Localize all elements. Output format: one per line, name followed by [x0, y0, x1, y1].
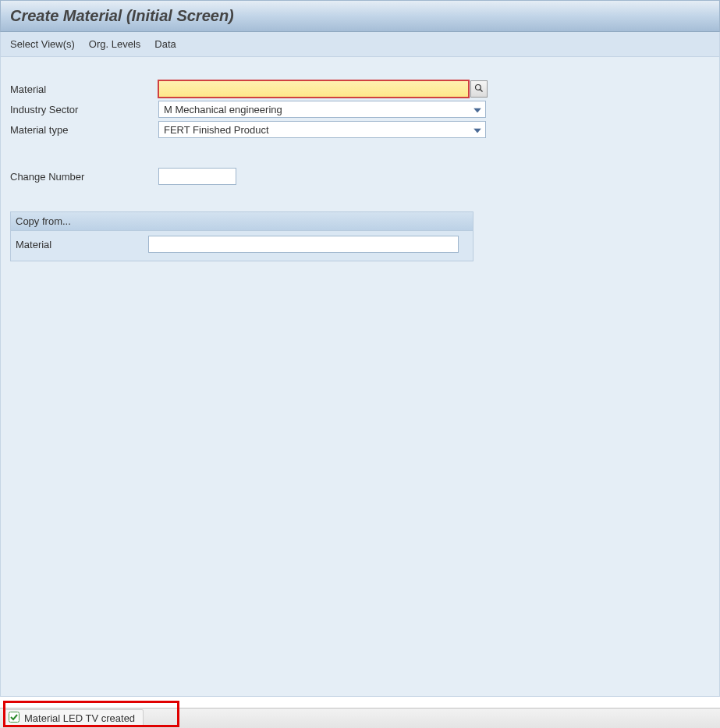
row-industry-sector: Industry Sector M Mechanical engineering	[10, 101, 710, 118]
groupbox-body: Material	[11, 231, 473, 261]
menu-org-levels[interactable]: Org. Levels	[89, 38, 140, 50]
svg-point-0	[476, 84, 481, 90]
menu-select-views[interactable]: Select View(s)	[10, 38, 75, 50]
menu-data[interactable]: Data	[154, 38, 176, 50]
dropdown-industry-sector[interactable]: M Mechanical engineering	[158, 101, 486, 118]
label-industry-sector: Industry Sector	[10, 104, 158, 115]
row-copy-material: Material	[16, 236, 468, 253]
input-change-number[interactable]	[158, 168, 236, 185]
page-title: Create Material (Initial Screen)	[10, 7, 710, 25]
row-change-number: Change Number	[10, 168, 710, 185]
dropdown-industry-sector-value: M Mechanical engineering	[158, 101, 486, 118]
label-change-number: Change Number	[10, 171, 158, 183]
status-message: Material LED TV created	[5, 709, 144, 727]
row-material-type: Material type FERT Finished Product	[10, 121, 710, 138]
label-material: Material	[10, 83, 158, 95]
label-copy-material: Material	[16, 239, 148, 250]
svg-line-1	[481, 89, 483, 91]
success-icon	[9, 712, 20, 725]
menu-bar: Select View(s) Org. Levels Data	[0, 32, 720, 57]
dropdown-material-type[interactable]: FERT Finished Product	[158, 121, 486, 138]
title-bar: Create Material (Initial Screen)	[0, 0, 720, 32]
groupbox-header: Copy from...	[11, 212, 473, 231]
svg-rect-2	[9, 712, 20, 723]
input-copy-material[interactable]	[148, 236, 459, 253]
search-icon	[474, 83, 484, 95]
status-bar: Material LED TV created	[0, 708, 720, 728]
row-material: Material	[10, 80, 710, 98]
dropdown-material-type-value: FERT Finished Product	[158, 121, 486, 138]
status-text: Material LED TV created	[24, 712, 135, 724]
search-help-button[interactable]	[470, 80, 488, 98]
groupbox-copy-from: Copy from... Material	[10, 211, 473, 261]
input-material[interactable]	[158, 80, 469, 98]
label-material-type: Material type	[10, 124, 158, 136]
content-area: Material Industry Sector M Mechanical en…	[0, 57, 720, 697]
